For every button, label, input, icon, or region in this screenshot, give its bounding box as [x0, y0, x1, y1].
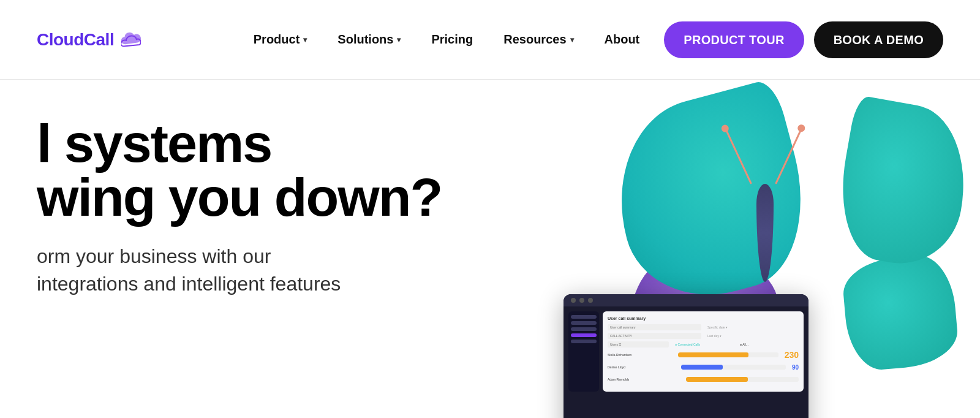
nav-product[interactable]: Product ▾ [254, 32, 307, 47]
product-tour-button[interactable]: PRODUCT TOUR [664, 21, 804, 58]
dashboard-title: User call summary [608, 316, 799, 321]
sidebar-item [571, 315, 597, 319]
dash-filter-row: User call summary Specific date ▾ [608, 324, 799, 330]
dash-filter-value: Specific date ▾ [705, 324, 799, 330]
user-row-2: Denise Lloyd 90 [608, 362, 799, 372]
nav-about[interactable]: About [605, 32, 640, 47]
window-dot-3 [588, 298, 593, 303]
chevron-down-icon: ▾ [303, 36, 307, 44]
hero-subtext: orm your business with our integrations … [37, 243, 466, 298]
nav-resources[interactable]: Resources ▾ [503, 32, 573, 47]
dash-col-label: Users ☰ [608, 341, 669, 348]
bar-container-3 [686, 377, 799, 382]
bar-fill-orange-1 [678, 352, 748, 357]
book-demo-button[interactable]: BOOK A DEMO [814, 21, 943, 58]
navbar: CloudCall Product ▾ Solutions ▾ Pricing … [0, 0, 980, 80]
brand-name: CloudCall [37, 30, 114, 50]
dashboard-header [564, 294, 809, 306]
bar-container-2 [681, 365, 786, 370]
user-row-1: Stella Richardson 230 [608, 350, 799, 360]
dash-filter-label: User call summary [608, 324, 701, 330]
chevron-down-icon: ▾ [397, 36, 401, 44]
sidebar-item [571, 321, 597, 325]
stat-230: 230 [785, 350, 799, 360]
hero-text: l systems wing you down? orm your busine… [37, 116, 466, 298]
sidebar-item [571, 340, 597, 343]
wing-right-upper [829, 95, 978, 273]
sidebar-item [571, 333, 597, 337]
dash-label-activity: CALL ACTIVITY [608, 333, 701, 339]
bar-fill-blue-2 [681, 365, 723, 370]
user-row-3: Adam Reynolds [608, 374, 799, 384]
nav-pricing[interactable]: Pricing [431, 32, 473, 47]
chevron-down-icon: ▾ [570, 36, 574, 44]
dash-col-all: ● All... [737, 341, 799, 348]
hero-section: l systems wing you down? orm your busine… [0, 80, 980, 418]
wing-right-lower [840, 253, 960, 372]
nav-actions: PRODUCT TOUR BOOK A DEMO [664, 21, 943, 58]
dash-col-connected: ● Connected Calls [673, 341, 734, 348]
dash-activity-row: CALL ACTIVITY Last day ▾ [608, 333, 799, 339]
bar-fill-3 [686, 377, 748, 382]
hero-headline: l systems wing you down? [37, 116, 466, 224]
window-dot-1 [571, 298, 576, 303]
nav-links: Product ▾ Solutions ▾ Pricing Resources … [254, 32, 640, 47]
dash-summary-row: Users ☰ ● Connected Calls ● All... [608, 341, 799, 348]
window-dot-2 [579, 298, 584, 303]
bar-container-1 [678, 352, 778, 357]
dashboard-body: User call summary User call summary Spec… [564, 306, 809, 397]
dashboard-mockup: User call summary User call summary Spec… [564, 294, 809, 418]
dashboard-content: User call summary User call summary Spec… [603, 311, 804, 392]
sidebar-item [571, 327, 597, 331]
cloud-icon [121, 32, 141, 47]
dash-date-value: Last day ▾ [705, 333, 799, 339]
stat-90: 90 [792, 364, 799, 371]
wing-left-upper [597, 80, 825, 314]
logo[interactable]: CloudCall [37, 30, 141, 50]
butterfly-illustration: User call summary User call summary Spec… [612, 86, 968, 418]
nav-solutions[interactable]: Solutions ▾ [337, 32, 401, 47]
dashboard-sidebar [568, 311, 599, 392]
